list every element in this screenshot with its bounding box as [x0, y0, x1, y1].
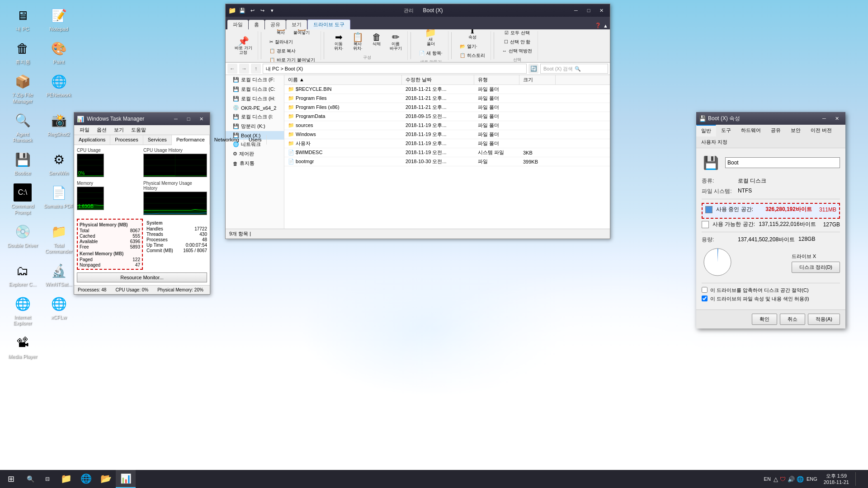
- desktop-icon-sumatra[interactable]: 📄 Sumatra PDF: [41, 182, 77, 217]
- fe-minimize-btn[interactable]: ─: [570, 6, 582, 15]
- props-tab-hardware[interactable]: 하드웨어: [736, 125, 766, 136]
- desktop-icon-totalcmd[interactable]: 📁 Total Commander: [41, 221, 77, 256]
- tm-tab-applications[interactable]: Applications: [74, 135, 110, 145]
- tm-resource-monitor-btn[interactable]: Resource Monitor...: [77, 272, 207, 282]
- fe-btn-newitem[interactable]: 📄 새 항목·: [416, 49, 445, 57]
- fe-btn-selectall[interactable]: ☑ 모두 선택: [502, 29, 533, 37]
- props-close-btn[interactable]: ✕: [831, 114, 843, 123]
- desktop-icon-serviwin[interactable]: ⚙ ServiWin: [41, 149, 77, 178]
- fe-qa-undo[interactable]: ↩: [248, 7, 257, 14]
- taskbar-network-icon[interactable]: 🌐: [797, 476, 804, 483]
- tm-tab-networking[interactable]: Networking: [210, 135, 244, 145]
- tm-menu-view[interactable]: 보기: [110, 126, 127, 134]
- props-name-input[interactable]: [725, 157, 840, 168]
- props-tab-security[interactable]: 보안: [786, 125, 806, 136]
- props-tab-share[interactable]: 공유: [766, 125, 786, 136]
- props-cancel-btn[interactable]: 취소: [780, 314, 805, 325]
- fe-tab-file[interactable]: 파일: [227, 20, 248, 29]
- desktop-icon-trash[interactable]: 🗑 휴지통: [5, 38, 41, 67]
- fe-forward-btn[interactable]: →: [239, 64, 249, 74]
- taskbar-app-fileexp[interactable]: 📁: [56, 470, 76, 488]
- fe-close-btn[interactable]: ✕: [595, 6, 607, 15]
- taskbar-start-btn[interactable]: ⊞: [0, 470, 22, 488]
- table-row[interactable]: 📁 Program Files (x86) 2018-11-21 오후... 파…: [284, 103, 610, 112]
- fe-btn-selectnone[interactable]: ☐ 선택 안 함: [501, 38, 533, 46]
- fe-refresh-btn[interactable]: 🔄: [528, 64, 538, 74]
- desktop-icon-regshot[interactable]: 📸 RegShot2: [41, 110, 77, 145]
- props-tab-general[interactable]: 일반: [696, 125, 716, 136]
- fe-ribbon-collapse-btn[interactable]: ▲: [603, 23, 608, 28]
- fe-tab-drive-tool[interactable]: 드라이브 도구: [307, 19, 350, 29]
- fe-qa-redo[interactable]: ↪: [258, 7, 267, 14]
- tm-close-btn[interactable]: ✕: [195, 114, 207, 123]
- props-tab-customize[interactable]: 사용자 지정: [696, 136, 732, 148]
- table-row[interactable]: 📄 bootmgr 2018-10-30 오전... 파일 399KB: [284, 157, 610, 166]
- fe-help-btn[interactable]: ❓: [595, 23, 601, 28]
- props-ok-btn[interactable]: 확인: [752, 314, 777, 325]
- tm-menu-help[interactable]: 도움말: [127, 126, 150, 134]
- desktop-icon-mediaplayer[interactable]: 📽 Media Player: [5, 332, 41, 361]
- fe-btn-history[interactable]: 📋 히스토리: [457, 52, 488, 60]
- fe-sidebar-okrpe[interactable]: 💿 OKR-PE_x64_2: [226, 103, 284, 112]
- fe-btn-delete[interactable]: 🗑 삭제: [368, 31, 386, 53]
- fe-col-name[interactable]: 이름 ▲: [284, 75, 402, 84]
- fe-btn-invertselect[interactable]: ↔ 선택 역방전: [500, 47, 535, 55]
- desktop-icon-xcflw[interactable]: 🌐 xCFLw: [41, 293, 77, 328]
- props-cleanup-btn[interactable]: 디스크 정리(D): [792, 262, 840, 273]
- tm-tab-processes[interactable]: Processes: [110, 135, 143, 145]
- desktop-icon-bootice[interactable]: 💾 Bootice: [5, 149, 41, 178]
- props-minimize-btn[interactable]: ─: [818, 114, 830, 123]
- tm-tab-users[interactable]: Users: [244, 135, 267, 145]
- table-row[interactable]: 📁 sources 2018-11-19 오후... 파일 폴더: [284, 121, 610, 130]
- desktop-icon-doubledrv[interactable]: 💿 Double Driver: [5, 221, 41, 256]
- taskbar-notif-icon-2[interactable]: 🛡: [780, 476, 786, 483]
- fe-btn-goto[interactable]: 📌 바로 가기고정: [232, 35, 255, 57]
- fe-btn-copyto[interactable]: 📋 복사위치·: [349, 31, 367, 53]
- fe-qa-save[interactable]: 💾: [238, 7, 247, 14]
- props-index-check[interactable]: [702, 296, 708, 301]
- fe-sidebar-trash[interactable]: 🗑 휴지통: [226, 159, 284, 168]
- desktop-icon-pc[interactable]: 🖥 내 PC: [5, 5, 41, 34]
- taskbar-clock[interactable]: 오후 1:59 2018-11-21: [820, 473, 853, 486]
- tm-tab-services[interactable]: Services: [143, 135, 172, 145]
- desktop-icon-notepad[interactable]: 📝 Notepad: [41, 5, 77, 34]
- table-row[interactable]: 📄 $WIMDESC 2018-11-19 오전... 시스템 파일 3KB: [284, 148, 610, 157]
- fe-address-path[interactable]: 내 PC > Boot (X): [263, 64, 527, 74]
- taskbar-notif-icon-3[interactable]: 🔊: [788, 476, 795, 483]
- desktop-icon-7zip[interactable]: 📦 7-Zip File Manager: [5, 70, 41, 106]
- taskbar-app-taskman[interactable]: 📊: [116, 470, 136, 488]
- props-tab-tools[interactable]: 도구: [716, 125, 736, 136]
- fe-btn-properties[interactable]: ℹ 속성: [463, 29, 481, 42]
- desktop-icon-cmd[interactable]: C:\ Command Prompt: [5, 182, 41, 217]
- table-row[interactable]: 📁 ProgramData 2018-09-15 오전... 파일 폴더: [284, 112, 610, 121]
- props-apply-btn[interactable]: 적용(A): [808, 314, 840, 325]
- fe-btn-open[interactable]: 📂 열기·: [457, 42, 488, 51]
- props-compress-check[interactable]: [702, 287, 708, 293]
- fe-back-btn[interactable]: ←: [227, 64, 237, 74]
- fe-qa-dropdown[interactable]: ▾: [268, 7, 277, 14]
- fe-search-box[interactable]: Boot (X) 검색 🔍: [540, 64, 608, 74]
- desktop-icon-penetwork[interactable]: 🌐 PENetwork: [41, 70, 77, 106]
- fe-btn-copy[interactable]: 📋 복사: [272, 29, 290, 37]
- fe-sidebar-local-i[interactable]: 💾 로컬 디스크 (I:: [226, 112, 284, 122]
- fe-sidebar-control[interactable]: ⚙ 제어판: [226, 149, 284, 159]
- fe-btn-move[interactable]: ➡ 이동위치·: [330, 31, 348, 53]
- taskbar-search-btn[interactable]: 🔍: [22, 470, 39, 488]
- taskbar-view-btn[interactable]: ⊟: [39, 470, 56, 488]
- taskbar-app-ie[interactable]: 🌐: [76, 470, 96, 488]
- table-row[interactable]: 📁 사용자 2018-11-19 오후... 파일 폴더: [284, 139, 610, 148]
- taskbar-show-desktop[interactable]: [855, 472, 864, 486]
- fe-btn-cut[interactable]: ✂ 잘라내기: [267, 38, 318, 46]
- fe-tab-share[interactable]: 공유: [265, 20, 286, 29]
- props-tab-prevver[interactable]: 이전 버전: [806, 125, 837, 136]
- desktop-icon-paint[interactable]: 🎨 Paint: [41, 38, 77, 67]
- fe-tab-view[interactable]: 보기: [286, 20, 307, 29]
- fe-sidebar-local-h[interactable]: 💾 로컬 디스크 (H:: [226, 94, 284, 103]
- desktop-icon-agent[interactable]: 🔍 Agent Ransack: [5, 110, 41, 145]
- fe-btn-pastelink[interactable]: 📋 바로 가기 붙여넣기: [267, 56, 318, 62]
- taskbar-app-folder[interactable]: 📂: [96, 470, 116, 488]
- fe-btn-paste[interactable]: 📋 붙여넣기: [291, 29, 312, 37]
- fe-col-type[interactable]: 유형: [474, 75, 519, 84]
- fe-btn-copypath[interactable]: 📋 경로 복사: [267, 47, 318, 55]
- fe-sidebar-local-f[interactable]: 💾 로컬 디스크 (F:: [226, 75, 284, 84]
